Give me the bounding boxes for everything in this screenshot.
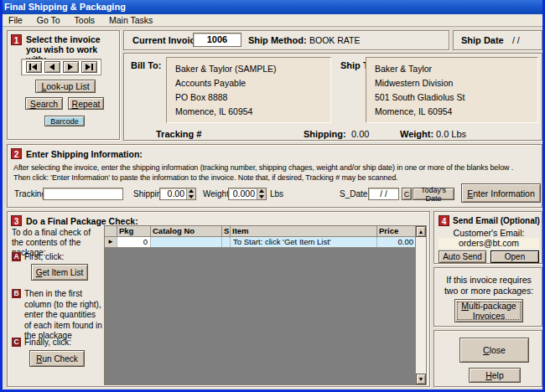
auto-send-button[interactable]: Auto Send [439,250,486,263]
item-column-header[interactable]: Item [231,226,377,236]
shipping-info-panel: 2 Enter Shipping Information: After sele… [7,144,542,208]
item-table-header: Pkg Quan Catalog No S Item Price [105,226,426,237]
step-2-badge: 2 [11,148,22,159]
catalog-no-cell[interactable] [151,237,222,247]
help-button[interactable]: Help [469,368,521,383]
multi-package-invoices-button[interactable]: Multi-package Invoices [454,299,523,322]
first-record-icon [29,64,38,70]
todays-date-button[interactable]: Today's Date [413,188,454,200]
footer-panel: Close Help [433,330,542,387]
previous-record-icon [49,64,55,70]
clear-date-button[interactable]: C [402,188,412,200]
step-3-badge: 3 [11,215,22,226]
search-button[interactable]: Search [25,97,63,110]
bill-to-address: Baker & Taylor (SAMPLE) Accounts Payable… [166,57,331,123]
current-invoice-label: Current Invoice [132,35,200,45]
current-invoice-input[interactable]: 1006 [193,33,241,47]
repeat-button[interactable]: Repeat [68,97,104,110]
sdate-input[interactable]: / / [368,188,399,200]
step-4-badge: 4 [439,215,449,226]
ship-date-value: / / [512,35,520,45]
shipping-info-desc2: Then click: 'Enter Information' to paste… [13,173,540,182]
weight-spin-down-button[interactable] [257,194,266,200]
close-button[interactable]: Close [459,338,529,363]
weight-input-label: Weight [203,189,229,199]
sdate-label: S_Date [340,189,367,199]
tracking-input[interactable] [43,188,123,200]
window-title: Final Shipping & Packaging [4,2,126,12]
ship-date-label: Ship Date [461,35,504,45]
addresses-panel: Bill To: Baker & Taylor (SAMPLE) Account… [123,53,542,141]
nav-last-button[interactable] [81,61,97,73]
ship-date-panel: Ship Date / / [453,30,542,50]
shipping-info-desc1: After selecting the invoice, enter the s… [13,163,540,172]
send-email-panel: 4 Send Email (Optional) Customer's Email… [433,211,542,264]
enter-information-button[interactable]: Enter Information [461,183,541,203]
shipping-spinner[interactable]: 0.00 [159,188,196,200]
item-cell[interactable]: To Start: click 'Get Item List' [231,237,377,247]
multi-package-panel: If this invoice requires two or more pac… [433,267,542,327]
nav-next-button[interactable] [63,61,79,73]
weight-total-label: Weight: [400,129,433,139]
customer-email-value[interactable]: orders@bt.com [439,238,539,249]
menu-tools[interactable]: Tools [69,14,101,25]
s-cell[interactable] [222,237,231,247]
step-c-badge: C [12,338,21,347]
catalog-no-column-header[interactable]: Catalog No [151,226,222,236]
multi-package-text1: If this invoice requires [434,275,543,285]
selector-column-header [105,226,117,236]
s-column-header[interactable]: S [222,226,231,236]
shipping-input-value[interactable]: 0.00 [160,188,186,199]
pkg-quan-column-header[interactable]: Pkg Quan [117,226,151,236]
weight-spinner[interactable]: 0.000 [228,188,267,200]
scroll-down-icon: ▼ [418,376,424,382]
open-button[interactable]: Open [490,250,539,263]
spin-down-icon [259,195,264,199]
nav-previous-button[interactable] [44,61,60,73]
step-b-badge: B [12,289,21,298]
app-window: Final Shipping & Packaging File Go To To… [0,0,545,392]
title-bar: Final Shipping & Packaging [0,0,545,14]
menu-bar: File Go To Tools Main Tasks [3,14,542,27]
ship-to-address: Baker & Taylor Midwestern Division 501 S… [366,57,538,123]
row-selector-icon: ► [105,237,117,247]
customer-email-label: Customer's Email: [434,228,543,238]
invoice-bar-panel: Current Invoice 1006 Ship Method: BOOK R… [123,30,449,50]
send-email-heading: Send Email (Optional) [453,216,540,226]
run-check-button[interactable]: Run Check [29,350,85,367]
menu-go-to[interactable]: Go To [31,14,66,25]
spin-up-icon [259,189,264,193]
shipping-total-label: Shipping: [304,129,346,139]
scroll-up-icon: ▲ [418,229,424,235]
last-record-icon [85,64,93,70]
price-column-header[interactable]: Price [377,226,416,236]
menu-file[interactable]: File [3,14,29,25]
get-item-list-button[interactable]: Get Item List [31,264,88,281]
scroll-down-button[interactable]: ▼ [416,374,426,384]
record-navigator [21,59,101,75]
shipping-spin-down-button[interactable] [187,194,195,200]
table-scrollbar[interactable]: ▲ ▼ [415,226,426,384]
shipping-info-heading: Enter Shipping Information: [26,149,143,159]
menu-main-tasks[interactable]: Main Tasks [103,14,158,25]
weight-input-value[interactable]: 0.000 [229,188,257,199]
spin-down-icon [189,195,194,199]
scroll-up-button[interactable]: ▲ [416,226,426,237]
step-1-badge: 1 [11,34,22,45]
price-cell[interactable]: 0.00 [377,237,416,247]
bill-to-label: Bill To: [131,60,161,70]
ship-method-label: Ship Method: [248,35,307,45]
lbs-label: Lbs [270,189,283,199]
shipping-total-value: 0.00 [351,129,369,139]
step-c-text: Finally, click: [24,338,71,347]
pkg-quan-cell[interactable]: 0 [117,237,151,247]
barcode-button[interactable]: Barcode [44,116,85,126]
multi-package-text2: two or more packages: [434,286,543,296]
weight-total-value: 0.0 Lbs [436,129,466,139]
spin-up-icon [189,189,194,193]
nav-first-button[interactable] [26,61,42,73]
tracking-number-label: Tracking # [156,129,201,139]
step-a-badge: A [12,252,21,261]
table-row[interactable]: ► 0 To Start: click 'Get Item List' 0.00 [105,237,426,248]
lookup-list-button[interactable]: Look-up List [35,80,96,93]
